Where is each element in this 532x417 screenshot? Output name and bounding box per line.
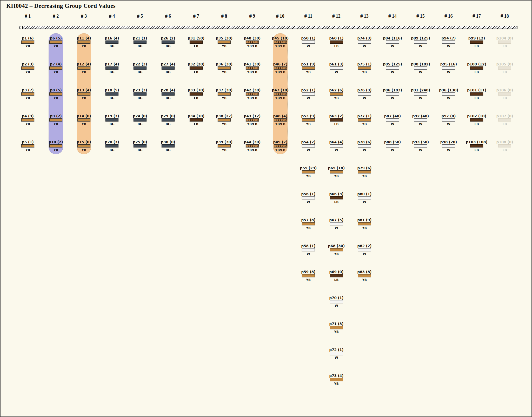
pendant-label: p97 (0) <box>433 114 464 118</box>
pendant-cord-bar <box>330 248 343 251</box>
pendant-label: p69 (0) <box>321 270 352 274</box>
pendant-cord-bar <box>190 92 203 96</box>
pendant-item: p4 (3)YB <box>12 114 43 126</box>
pendant-cord-bar <box>330 118 343 122</box>
pendant-cord-bar <box>302 170 315 173</box>
pendant-item: p31 (50)LB <box>181 36 212 48</box>
pendant-label: p42 (30) <box>237 88 268 92</box>
pendant-color-code: LB <box>461 44 492 48</box>
pendant-item: p42 (30)YB:LB <box>237 88 268 100</box>
pendant-color-code: LB <box>489 96 520 100</box>
pendant-label: p11 (4) <box>68 36 99 40</box>
pendant-label: p8 (5) <box>40 88 71 92</box>
pendant-cord-bar <box>218 118 231 122</box>
pendant-cord-bar <box>498 144 511 147</box>
pendant-cord-bar <box>358 170 371 173</box>
pendant-color-code: YB <box>40 148 71 152</box>
pendant-cord-bar <box>386 144 399 147</box>
pendant-color-code: LB <box>489 122 520 126</box>
column-header: # 5 <box>124 14 156 19</box>
pendant-label: p51 (9) <box>293 62 324 66</box>
pendant-label: p74 (3) <box>349 36 380 40</box>
pendant-label: p73 (4) <box>321 374 352 378</box>
pendant-color-code: YB <box>321 382 352 386</box>
pendant-item: p107 (0)LB <box>489 114 520 126</box>
pendant-item: p28 (4)BG <box>152 88 184 100</box>
pendant-color-code: W <box>293 96 324 100</box>
pendant-item: p43 (12)YB:LB <box>237 114 268 126</box>
pendant-cord-bar <box>358 274 371 277</box>
pendant-item: p29 (0)BG <box>152 114 184 126</box>
pendant-label: p14 (0) <box>68 114 99 118</box>
pendant-cord-bar <box>470 41 483 44</box>
pendant-label: p28 (4) <box>152 88 184 92</box>
pendant-color-code: YB <box>209 122 240 126</box>
pendant-color-code: YB <box>68 96 99 100</box>
pendant-color-code: W <box>293 148 324 152</box>
pendant-cord-bar <box>105 144 118 147</box>
pendant-color-code: W <box>405 70 436 74</box>
pendant-color-code: YB <box>68 148 99 152</box>
pendant-label: p57 (8) <box>293 218 324 222</box>
pendant-item: p74 (3)W <box>349 36 380 48</box>
pendant-label: p104 (0) <box>489 36 520 40</box>
pendant-label: p106 (0) <box>489 88 520 92</box>
pendant-item: p10 (2)YB <box>40 140 71 152</box>
pendant-label: p70 (1) <box>321 296 352 300</box>
pendant-cord-bar <box>21 41 34 44</box>
pendant-item: p97 (0)W <box>433 114 464 126</box>
pendant-cord-bar <box>246 92 259 96</box>
pendant-color-code: W <box>405 96 436 100</box>
pendant-color-code: W <box>377 96 408 100</box>
pendant-cord-bar <box>77 41 90 44</box>
pendant-color-code: YB:LB <box>237 44 268 48</box>
pendant-color-code: YB <box>209 70 240 74</box>
pendant-color-code: LB <box>461 122 492 126</box>
pendant-label: p39 (30) <box>209 140 240 144</box>
pendant-cord-bar <box>49 118 62 122</box>
pendant-cord-bar <box>330 196 343 199</box>
pendant-label: p101 (11) <box>461 88 492 92</box>
pendant-cord-bar <box>246 41 259 44</box>
pendant-label: p81 (9) <box>349 218 380 222</box>
pendant-item: p38 (27)YB <box>209 114 240 126</box>
pendant-color-code: YB <box>68 122 99 126</box>
pendant-label: p29 (0) <box>152 114 184 118</box>
column-header: # 1 <box>12 14 43 19</box>
pendant-color-code: YB <box>293 122 324 126</box>
pendant-item: p105 (0)LB <box>489 62 520 74</box>
pendant-cord-bar <box>358 41 371 44</box>
pendant-item: p17 (4)BG <box>96 62 128 74</box>
pendant-cord-bar <box>134 41 147 44</box>
pendant-color-code: YB <box>293 70 324 74</box>
pendant-label: p100 (12) <box>461 62 492 66</box>
pendant-label: p93 (50) <box>405 140 436 144</box>
pendant-cord-bar <box>442 92 455 96</box>
pendant-label: p25 (0) <box>124 140 156 144</box>
pendant-cord-bar <box>414 66 427 70</box>
pendant-label: p5 (1) <box>12 140 43 144</box>
pendant-color-code: LB <box>461 70 492 74</box>
pendant-cord-bar <box>498 118 511 122</box>
pendant-color-code: LB <box>181 70 212 74</box>
primary-cord <box>22 26 517 29</box>
pendant-cord-bar <box>302 41 315 44</box>
pendant-color-code: YB:LB <box>265 122 296 126</box>
pendant-label: p22 (3) <box>124 62 156 66</box>
pendant-cord-bar <box>49 66 62 70</box>
pendant-label: p76 (3) <box>349 88 380 92</box>
pendant-color-code: YB <box>40 44 71 48</box>
pendant-cord-bar <box>134 144 147 147</box>
pendant-label: p82 (2) <box>349 244 380 248</box>
pendant-cord-bar <box>470 92 483 96</box>
pendant-label: p63 (2) <box>321 114 352 118</box>
pendant-cord-bar <box>134 66 147 70</box>
pendant-item: p58 (1)W <box>293 244 324 256</box>
pendant-color-code: LB <box>321 122 352 126</box>
pendant-color-code: W <box>321 356 352 360</box>
pendant-cord-bar <box>498 66 511 70</box>
pendant-color-code: LB <box>461 96 492 100</box>
pendant-item: p27 (4)BG <box>152 62 184 74</box>
pendant-label: p47 (10) <box>265 88 296 92</box>
pendant-cord-bar <box>134 92 147 96</box>
